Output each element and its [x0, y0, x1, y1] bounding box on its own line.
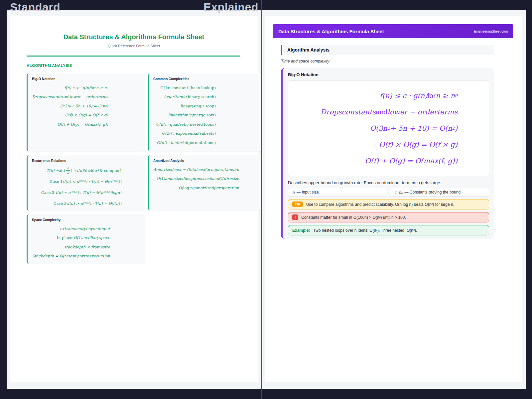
formula-line: O(f) × O(g) = O(f × g) [32, 111, 141, 120]
explained-card-big-o: Big-O Notation f(n) ≤ c · g(n)for n ≥ n0… [281, 68, 494, 239]
section-bar: Algorithm Analysis [281, 45, 494, 55]
card-formulas: extramemorybeyondinputIn-place: O(1)auxi… [32, 224, 141, 261]
formula-line: Amortizedcost = (totalcostfor noperation… [153, 165, 259, 174]
header-title: Data Structures & Algorithms Formula She… [278, 29, 384, 34]
section-subtitle: Time and space complexity [281, 59, 522, 64]
formula-line: Stackdepth = O(height)for treerecursion [32, 252, 141, 261]
formula-line: O(n2) : quadratic(nested loops) [153, 120, 259, 129]
formula-line: f(n) ≤ c · g(n)for n ≥ n0 [32, 83, 141, 92]
tip-callout: TIP Use to compare algorithms and predic… [288, 199, 489, 209]
term-box-constants: c, n0 — Constants proving the bound [390, 188, 489, 197]
term-symbol: c, n0 [394, 190, 402, 195]
formula-line: O(1): constant (hash lookup) [153, 83, 259, 92]
card-title: Big-O Notation [32, 77, 141, 81]
formula-line: O(f) + O(g) = O(max(f, g)) [288, 157, 489, 165]
card-title: Amortized Analysis [153, 159, 259, 163]
formula-line: Case 3: f(n) > n(logba) : T(n) = Θ(f(n)) [32, 198, 141, 209]
card-formulas: f(n) ≤ c · g(n)for n ≥ n0Dropsconstantsa… [32, 83, 141, 129]
formula-line: stackdepth × framesize [32, 242, 141, 252]
formula-line: Dropsconstantsand lower − orderterms [288, 108, 489, 116]
card-amortized-analysis: Amortized Analysis Amortizedcost = (tota… [148, 155, 263, 210]
page-title: Data Structures & Algorithms Formula She… [10, 33, 258, 41]
page-header-bar: Data Structures & Algorithms Formula She… [273, 24, 513, 38]
example-label: Example: [292, 228, 310, 233]
formula-line: Case 2: f(n) = n(logba) : T(n) = Θ(n(log… [32, 187, 141, 198]
term-boxes: n — Input size c, n0 — Constants proving… [288, 188, 489, 197]
explained-viewport: Data Structures & Algorithms Formula She… [262, 10, 526, 389]
formula-line: In-place: O(1)auxiliaryspace [32, 233, 141, 243]
title-rule [27, 56, 240, 57]
standard-viewport: Data Structures & Algorithms Formula She… [7, 10, 261, 389]
formula-line: O(2n) : exponential(subsets) [153, 129, 259, 138]
term-description: — Constants proving the bound [404, 190, 461, 195]
formula-line: O(log n)amortizedperoperation [153, 183, 259, 193]
formula-line: f(n) ≤ c · g(n)for n ≥ n0 [288, 92, 489, 100]
formula-line: O(f) + O(g) = O(max(f, g)) [32, 120, 141, 129]
formula-card-grid: Big-O Notation f(n) ≤ c · g(n)for n ≥ n0… [27, 73, 240, 264]
label-explained: Explained [203, 1, 258, 14]
card-description: Describes upper bound on growth rate. Fo… [288, 180, 489, 185]
formula-line: linear(single loop) [153, 101, 259, 111]
formula-line: O(n!) : factorial(permutations) [153, 138, 259, 147]
card-title: Space Complexity [32, 218, 141, 222]
formula-line: O(3n2 + 5n + 10) = O(n2) [32, 101, 141, 111]
page-subtitle: Quick Reference Formula Sheet [10, 44, 258, 48]
formula-line: extramemorybeyondinput [32, 224, 141, 233]
term-description: — Input size [297, 190, 319, 195]
explained-page: Data Structures & Algorithms Formula She… [265, 16, 522, 382]
card-formulas: Amortizedcost = (totalcostfor noperation… [153, 165, 259, 193]
formula-line: O(3n2 + 5n + 10) = O(n2) [288, 124, 489, 132]
card-title: Recurrence Relations [32, 159, 141, 163]
card-title: Big-O Notation [288, 72, 489, 77]
formula-display: f(n) ≤ c · g(n)for n ≥ n0Dropsconstantsa… [288, 80, 489, 176]
warning-icon: ! [292, 214, 298, 220]
card-title: Common Complexities [153, 77, 259, 81]
example-text: Two nested loops over n items: O(n²). Th… [313, 228, 417, 233]
warning-text: Constants matter for small n! O(100n) > … [301, 215, 406, 220]
formula-line: T(n) = at (nb) + f(n)(divide \& conquer) [32, 165, 141, 176]
formula-line: O(1)amortizeddespiteoccasionalO(n)resize [153, 174, 259, 184]
header-site-link[interactable]: EngineeringSheet.com [474, 30, 508, 33]
label-standard: Standard [10, 1, 60, 14]
formula-line: O(f) × O(g) = O(f × g) [288, 141, 489, 149]
formula-line: Case 1: f(n) < n(logba) : T(n) = Θ(n(log… [32, 176, 141, 187]
standard-page: Data Structures & Algorithms Formula She… [10, 16, 258, 382]
formula-line: Dropsconstantsand lower − orderterms [32, 92, 141, 102]
tip-badge: TIP [292, 201, 303, 207]
card-recurrence-relations: Recurrence Relations T(n) = at (nb) + f(… [27, 155, 145, 210]
card-formulas: O(1): constant (hash lookup)logarithmic(… [153, 83, 259, 147]
term-box-input-size: n — Input size [288, 188, 387, 197]
card-common-complexities: Common Complexities O(1): constant (hash… [148, 73, 263, 151]
card-formulas: T(n) = at (nb) + f(n)(divide \& conquer)… [32, 165, 141, 209]
card-space-complexity: Space Complexity extramemorybeyondinputI… [27, 214, 145, 264]
formula-line: logarithmic(binary search) [153, 92, 259, 102]
card-big-o-notation: Big-O Notation f(n) ≤ c · g(n)for n ≥ n0… [27, 73, 145, 151]
split-divider [261, 0, 262, 399]
tip-text: Use to compare algorithms and predict sc… [306, 202, 454, 207]
section-heading: ALGORITHM ANALYSIS [27, 64, 240, 70]
term-symbol: n [292, 190, 295, 195]
formula-line: linearithmic(merge sort) [153, 111, 259, 120]
section-title: Algorithm Analysis [287, 47, 330, 53]
example-callout: Example: Two nested loops over n items: … [288, 225, 489, 235]
warning-callout: ! Constants matter for small n! O(100n) … [288, 212, 489, 222]
